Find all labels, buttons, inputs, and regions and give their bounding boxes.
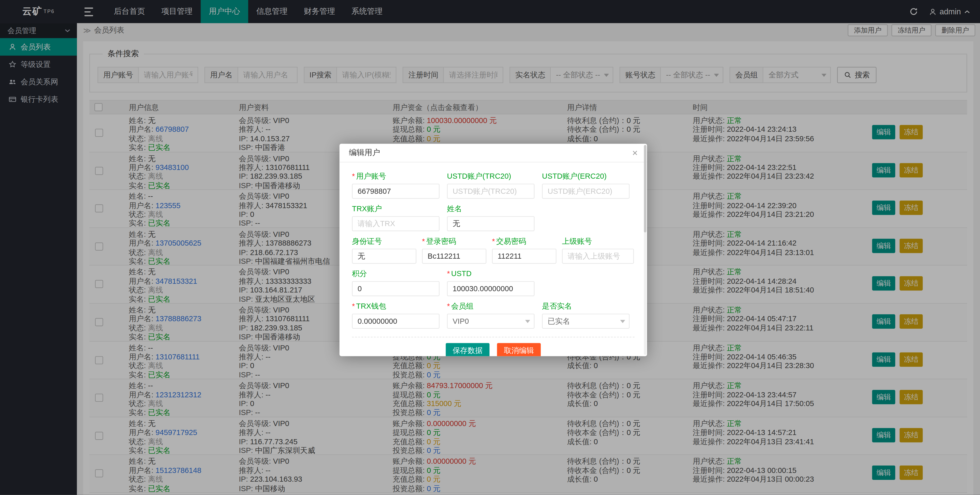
modal-input[interactable] [562,249,634,264]
modal-header: 编辑用户 × [340,144,647,162]
modal-field-label-text: 是否实名 [542,302,572,311]
modal-field: 身份证号 [352,237,416,264]
modal-input[interactable] [352,314,439,329]
modal-field: TRX账户 [352,204,439,231]
modal-input[interactable] [352,281,439,296]
required-star: * [352,172,355,181]
modal-field-label: *登录密码 [422,237,486,246]
modal-field: *用户账号 [352,172,439,199]
close-icon[interactable]: × [632,148,638,158]
modal-form-row: *用户账号USTD账户(TRC20)USTD账户(ERC20) [352,172,635,199]
modal-field-label: *TRX钱包 [352,302,439,311]
modal-field-label: 上级账号 [562,237,634,246]
modal-field-label: TRX账户 [352,204,439,213]
chevron-down-icon [620,320,625,323]
modal-field: 姓名 [447,204,535,231]
modal-select[interactable]: VIP0 [447,314,535,329]
modal-field-label-text: TRX账户 [352,204,382,213]
modal-input[interactable] [422,249,486,264]
modal-input[interactable] [447,281,535,296]
modal-field: 是否实名已实名 [542,302,629,328]
modal-select[interactable]: 已实名 [542,314,629,329]
modal-field-label: *交易密码 [492,237,556,246]
modal-field-label-text: TRX钱包 [356,302,386,311]
modal-select-value: VIP0 [453,317,522,325]
modal-select-value: 已实名 [547,316,616,326]
modal-input[interactable] [447,184,535,199]
modal-field-label: 身份证号 [352,237,416,246]
modal-field-label: USTD账户(TRC20) [447,172,535,181]
required-star: * [352,302,355,311]
modal-input[interactable] [542,184,629,199]
save-button[interactable]: 保存数据 [446,343,490,356]
modal-field: *USTD [447,270,535,296]
modal-scrollbar-thumb[interactable] [644,145,647,233]
modal-field-label-text: 身份证号 [352,237,382,246]
modal-field-label: 姓名 [447,204,535,213]
modal-field: *登录密码 [422,237,486,264]
modal-input[interactable] [352,184,439,199]
modal-field-label: 是否实名 [542,302,629,311]
modal-field-label-text: 登录密码 [426,237,456,246]
page: 云矿TP6 后台首页项目管理用户中心信息管理财务管理系统管理 admin 会员管… [0,0,980,495]
modal-field-label: USTD账户(ERC20) [542,172,629,181]
modal-title: 编辑用户 [349,148,380,158]
modal-field-label-text: USTD账户(TRC20) [447,172,511,181]
modal-field-label-text: 姓名 [447,204,462,213]
modal-field-label-text: USTD账户(ERC20) [542,172,606,181]
modal-field-label-text: 积分 [352,270,367,278]
modal-field-label: *USTD [447,270,535,278]
modal-form-row: 身份证号*登录密码*交易密码上级账号 [352,237,635,264]
modal-field-label-text: 上级账号 [562,237,592,246]
modal-field-label: 积分 [352,270,439,278]
modal-field: *TRX钱包 [352,302,439,328]
modal-input[interactable] [492,249,556,264]
edit-user-modal: 编辑用户 × *用户账号USTD账户(TRC20)USTD账户(ERC20)TR… [340,144,647,356]
modal-body: *用户账号USTD账户(TRC20)USTD账户(ERC20)TRX账户姓名身份… [340,162,647,356]
modal-input[interactable] [352,249,416,264]
modal-field: 上级账号 [562,237,634,264]
modal-field-label-text: 用户账号 [356,172,386,181]
required-star: * [422,237,425,246]
modal-field-label: *会员组 [447,302,535,311]
required-star: * [447,302,450,311]
modal-field-label-text: 交易密码 [496,237,526,246]
required-star: * [447,270,450,278]
required-star: * [492,237,495,246]
modal-form-row: TRX账户姓名 [352,204,635,231]
modal-field-label: *用户账号 [352,172,439,181]
modal-field-label-text: 会员组 [451,302,474,311]
modal-field: *交易密码 [492,237,556,264]
modal-footer: 保存数据取消编辑 [352,337,635,356]
modal-field: USTD账户(ERC20) [542,172,629,199]
cancel-button[interactable]: 取消编辑 [497,343,541,356]
modal-field: 积分 [352,270,439,296]
modal-input[interactable] [447,216,535,231]
chevron-down-icon [525,320,530,323]
modal-form-row: *TRX钱包*会员组VIP0是否实名已实名 [352,302,635,328]
modal-field: USTD账户(TRC20) [447,172,535,199]
modal-form-row: 积分*USTD [352,270,635,296]
modal-input[interactable] [352,216,439,231]
modal-scrollbar[interactable] [644,145,647,355]
modal-field: *会员组VIP0 [447,302,535,328]
modal-field-label-text: USTD [451,270,472,278]
